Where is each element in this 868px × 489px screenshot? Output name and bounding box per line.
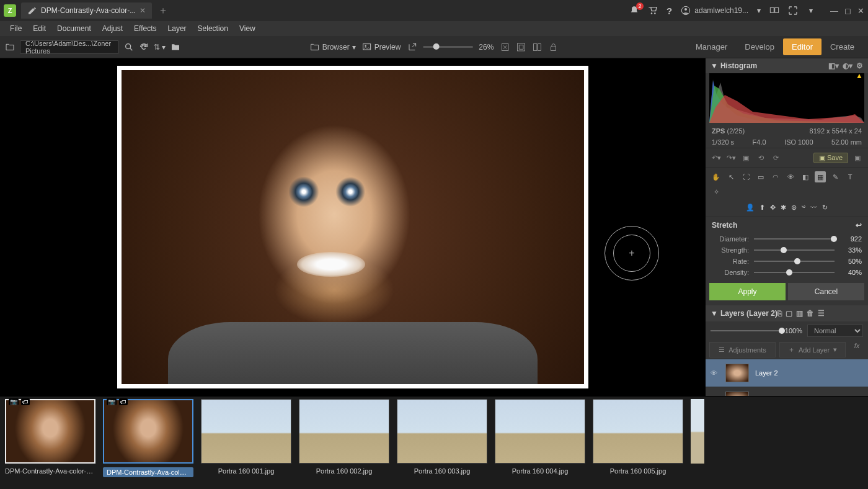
fit-screen-icon[interactable] bbox=[516, 42, 526, 52]
pointer-tool-icon[interactable]: ↖ bbox=[725, 171, 737, 182]
adjustments-button[interactable]: ☰ Adjustments bbox=[709, 342, 776, 357]
hand-tool-icon[interactable]: ✋ bbox=[711, 171, 722, 182]
visibility-icon[interactable]: 👁 bbox=[711, 369, 719, 377]
layer-group-icon[interactable]: ▥ bbox=[796, 309, 803, 318]
layer-mask-icon[interactable]: ▢ bbox=[786, 309, 792, 318]
close-window-icon[interactable]: ✕ bbox=[857, 6, 864, 16]
search-icon[interactable] bbox=[124, 42, 134, 52]
undo-icon[interactable]: ↶▾ bbox=[711, 152, 722, 163]
refresh-icon[interactable] bbox=[139, 42, 149, 52]
text-tool-icon[interactable]: T bbox=[844, 171, 856, 182]
rotate-left-icon[interactable]: ⟲ bbox=[755, 152, 766, 163]
menu-edit[interactable]: Edit bbox=[28, 22, 51, 35]
split-icon[interactable] bbox=[532, 42, 542, 52]
save-button[interactable]: ▣ Save bbox=[813, 153, 848, 163]
fit-icon[interactable] bbox=[500, 42, 510, 52]
menu-adjust[interactable]: Adjust bbox=[97, 22, 128, 35]
preview-button[interactable]: Preview bbox=[362, 42, 401, 52]
thumb-6[interactable]: Portra 160 005.jpg bbox=[593, 399, 683, 475]
stretch-cursor[interactable]: + bbox=[604, 226, 659, 280]
strength-slider[interactable] bbox=[754, 249, 835, 251]
warp-tool-icon[interactable]: ⬆ bbox=[760, 204, 765, 212]
close-tab-icon[interactable]: ✕ bbox=[140, 6, 146, 15]
histogram-opt1-icon[interactable]: ◧▾ bbox=[828, 61, 839, 70]
reset-stretch-icon[interactable]: ↩ bbox=[856, 221, 862, 230]
fx-button[interactable]: fx bbox=[849, 342, 864, 357]
filmstrip[interactable]: 📷🏷 DPM-Contrastly-Ava-color-1.jpg 📷🏷 DPM… bbox=[0, 396, 868, 489]
mode-develop[interactable]: Develop bbox=[736, 38, 783, 55]
lasso-tool-icon[interactable]: ◠ bbox=[770, 171, 781, 182]
thumb-3[interactable]: Portra 160 002.jpg bbox=[299, 399, 389, 475]
rate-slider[interactable] bbox=[754, 261, 835, 262]
swirl-tool-icon[interactable]: ༄ bbox=[802, 204, 805, 212]
crop-tool-icon[interactable]: ⛶ bbox=[740, 171, 751, 182]
layer-item-1[interactable]: 👁 Layer 1 bbox=[706, 387, 868, 396]
gear-icon[interactable]: ⚙ bbox=[856, 61, 863, 70]
thumb-4[interactable]: Portra 160 003.jpg bbox=[397, 399, 487, 475]
thumb-0[interactable]: 📷🏷 DPM-Contrastly-Ava-color-1.jpg bbox=[5, 399, 95, 475]
notifications-icon[interactable] bbox=[629, 6, 639, 16]
diameter-slider[interactable] bbox=[754, 238, 835, 240]
layers-header[interactable]: ▼ Layers (Layer 2) ⎘ ▢ ▥ 🗑 ☰ bbox=[706, 305, 868, 321]
fullscreen-icon[interactable] bbox=[788, 6, 798, 16]
layer-delete-icon[interactable]: 🗑 bbox=[807, 309, 814, 318]
blend-mode-select[interactable]: Normal bbox=[807, 325, 863, 337]
reset-tool-icon[interactable]: ↻ bbox=[822, 204, 828, 212]
add-tab-button[interactable]: ＋ bbox=[158, 4, 168, 17]
mode-manager[interactable]: Manager bbox=[687, 38, 736, 55]
gradient-tool-icon[interactable]: ◧ bbox=[800, 171, 811, 182]
apply-button[interactable]: Apply bbox=[709, 283, 786, 300]
shape-tool-icon[interactable]: ✧ bbox=[711, 186, 722, 197]
menu-effects[interactable]: Effects bbox=[129, 22, 161, 35]
document-tab[interactable]: DPM-Contrastly-Ava-color-... ✕ bbox=[21, 2, 152, 19]
brush-tool-icon[interactable]: ✎ bbox=[830, 171, 841, 182]
mode-create[interactable]: Create bbox=[822, 38, 863, 55]
smooth-tool-icon[interactable]: 〰 bbox=[810, 204, 817, 212]
add-layer-button[interactable]: ＋ Add Layer ▾ bbox=[779, 342, 846, 357]
histogram-opt2-icon[interactable]: ◐▾ bbox=[843, 61, 852, 70]
layer-item-2[interactable]: 👁 Layer 2 bbox=[706, 359, 868, 387]
twirl-tool-icon[interactable]: ✱ bbox=[781, 204, 786, 212]
sort-icon[interactable]: ⇅ ▾ bbox=[154, 43, 166, 52]
dropdown-icon[interactable]: ▾ bbox=[757, 6, 761, 15]
menu-selection[interactable]: Selection bbox=[193, 22, 233, 35]
opacity-slider[interactable] bbox=[711, 330, 780, 331]
browser-button[interactable]: Browser ▾ bbox=[310, 42, 356, 52]
menu-file[interactable]: File bbox=[5, 22, 27, 35]
layer-menu-icon[interactable]: ☰ bbox=[818, 309, 825, 318]
pucker-tool-icon[interactable]: ⊛ bbox=[791, 204, 797, 212]
canvas[interactable]: + bbox=[0, 58, 706, 396]
mode-editor[interactable]: Editor bbox=[783, 38, 822, 55]
eye-tool-icon[interactable]: 👁 bbox=[785, 171, 796, 182]
thumb-1[interactable]: 📷🏷 DPM-Contrastly-Ava-color-1.zps bbox=[103, 399, 193, 477]
histogram-header[interactable]: ▼ Histogram ◧▾ ◐▾ ⚙ bbox=[706, 58, 868, 73]
cart-icon[interactable] bbox=[648, 6, 658, 16]
path-input[interactable]: C:\Users\Adam\Des...\Zoner Pictures bbox=[20, 40, 119, 54]
menu-document[interactable]: Document bbox=[52, 22, 96, 35]
maximize-icon[interactable]: ◻ bbox=[844, 6, 851, 16]
compare-icon[interactable]: ▣ bbox=[740, 152, 751, 163]
thumb-2[interactable]: Portra 160 001.jpg bbox=[201, 399, 291, 475]
external-icon[interactable] bbox=[407, 42, 417, 52]
thumb-5[interactable]: Portra 160 004.jpg bbox=[495, 399, 585, 475]
help-icon[interactable]: ? bbox=[666, 6, 672, 16]
density-slider[interactable] bbox=[754, 272, 835, 273]
menu-view[interactable]: View bbox=[234, 22, 260, 35]
clipping-warning-icon[interactable]: ▲ bbox=[856, 71, 863, 80]
dual-screen-icon[interactable] bbox=[769, 6, 779, 16]
redo-icon[interactable]: ↷▾ bbox=[725, 152, 737, 163]
browse-folder-icon[interactable] bbox=[170, 42, 180, 52]
zoom-slider[interactable] bbox=[423, 46, 472, 48]
user-account[interactable]: adamlwelch19... bbox=[681, 6, 748, 16]
move-tool-icon[interactable]: ✥ bbox=[770, 204, 776, 212]
cancel-button[interactable]: Cancel bbox=[788, 283, 864, 300]
thumb-peek[interactable] bbox=[691, 399, 704, 464]
push-tool-icon[interactable]: 👤 bbox=[746, 204, 755, 212]
lock-icon[interactable] bbox=[548, 42, 558, 52]
layer-copy-icon[interactable]: ⎘ bbox=[777, 309, 782, 318]
save-as-icon[interactable]: ▣ bbox=[852, 152, 863, 163]
minimize-icon[interactable]: — bbox=[830, 6, 838, 16]
rotate-right-icon[interactable]: ⟳ bbox=[770, 152, 781, 163]
open-folder-icon[interactable] bbox=[5, 42, 15, 52]
select-tool-icon[interactable]: ▭ bbox=[755, 171, 766, 182]
